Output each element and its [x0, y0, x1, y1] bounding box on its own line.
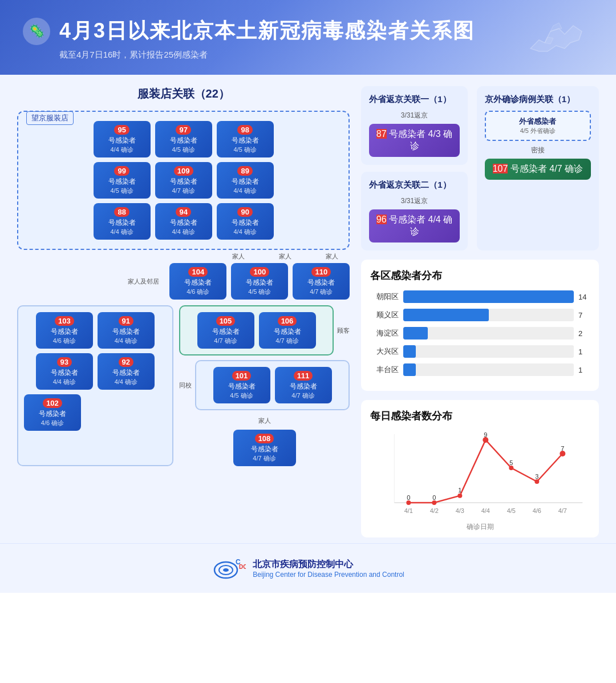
- province-one-title: 外省返京关联一（1）: [369, 94, 459, 105]
- svg-text:4/3: 4/3: [456, 507, 464, 514]
- svg-text:DC: DC: [239, 564, 246, 570]
- district-section: 各区感染者分布 朝阳区 14 顺义区 7 海淀区 2: [361, 260, 599, 391]
- chaoyang-label: 朝阳区: [370, 292, 399, 302]
- svg-text:0: 0: [407, 494, 411, 501]
- svg-point-14: [535, 479, 540, 484]
- svg-text:3: 3: [536, 473, 539, 480]
- district-title: 各区感染者分布: [370, 269, 590, 282]
- outside-confirm-title: 京外确诊病例关联（1）: [485, 94, 591, 105]
- close-contact-label: 密接: [485, 146, 591, 155]
- svg-text:4/2: 4/2: [430, 507, 439, 514]
- family-label-1: 家人: [232, 252, 245, 261]
- patient-87: 87 号感染者 4/3 确诊: [369, 124, 459, 157]
- svg-text:7: 7: [561, 445, 565, 452]
- right-sub-group: 105 号感染者 4/7 确诊 106 号感染者 4/7 确诊 顾客: [179, 305, 350, 466]
- patient-95: 95 号感染者 4/4 确诊: [94, 121, 151, 157]
- patient-row-1: 95 号感染者 4/4 确诊 97 号感染者 4/5 确诊 98 号感染者 4/…: [27, 121, 339, 157]
- bottom-family-label: 家人: [258, 417, 271, 424]
- patient-100: 100 号感染者 4/5 确诊: [231, 263, 288, 300]
- bar-row-chaoyang: 朝阳区 14: [370, 290, 590, 303]
- patient-107: 107 号感染者 4/7 确诊: [485, 159, 591, 180]
- outside-patient-box: 外省感染者 4/5 外省确诊: [485, 111, 591, 141]
- beijing-map-icon: [519, 9, 593, 60]
- bar-row-daxing: 大兴区 1: [370, 345, 590, 358]
- svg-text:4/7: 4/7: [558, 507, 567, 514]
- fengtai-value: 1: [578, 366, 590, 374]
- province-one-return: 3/31返京: [369, 111, 459, 120]
- chart-x-label: 确诊日期: [370, 522, 590, 532]
- left-sub-group: 103 号感染者 4/6 确诊 91 号感染者 4/4 确诊 93 号感染者 4…: [17, 305, 173, 466]
- lower-group: 103 号感染者 4/6 确诊 91 号感染者 4/4 确诊 93 号感染者 4…: [17, 305, 350, 466]
- outside-date: 4/5 外省确诊: [493, 127, 583, 135]
- daxing-fill: [403, 345, 415, 358]
- svg-text:4/6: 4/6: [533, 507, 541, 514]
- patient-89: 89 号感染者 4/4 确诊: [217, 162, 274, 199]
- patient-104: 104 号感染者 4/6 确诊: [169, 263, 226, 300]
- patient-99: 99 号感染者 4/5 确诊: [94, 162, 151, 199]
- patient-90: 90 号感染者 4/4 确诊: [217, 203, 274, 240]
- right-top: 外省返京关联一（1） 3/31返京 87 号感染者 4/3 确诊 外省返京关联二…: [361, 86, 599, 250]
- patient-108: 108 号感染者 4/7 确诊: [233, 430, 296, 466]
- patient-row-3: 88 号感染者 4/4 确诊 94 号感染者 4/4 确诊 90 号感染者 4/…: [27, 203, 339, 240]
- patient-110: 110 号感染者 4/7 确诊: [293, 263, 350, 300]
- chaoyang-track: [403, 290, 574, 303]
- patient-93: 93 号感染者 4/4 确诊: [36, 353, 93, 390]
- daxing-value: 1: [578, 347, 590, 356]
- footer: C DC 北京市疾病预防控制中心 Beijing Center for Dise…: [0, 543, 616, 593]
- family-label-3: 家人: [326, 252, 338, 261]
- shunyi-track: [403, 309, 574, 321]
- patient-102: 102 号感染者 4/6 确诊: [24, 394, 81, 431]
- chaoyang-fill: [403, 290, 574, 303]
- patient-97: 97 号感染者 4/5 确诊: [155, 121, 212, 157]
- right-section: 外省返京关联一（1） 3/31返京 87 号感染者 4/3 确诊 外省返京关联二…: [361, 86, 599, 537]
- haidian-track: [403, 327, 574, 340]
- clothing-store-box: 望京服装店 95 号感染者 4/4 确诊 97 号感染者 4/5 确诊 98 号…: [17, 111, 350, 250]
- patient-91: 91 号感染者 4/4 确诊: [98, 312, 155, 349]
- family-neighbor-label: 家人及邻居: [128, 277, 159, 286]
- footer-name-en: Beijing Center for Disease Prevention an…: [253, 571, 404, 579]
- fengtai-track: [403, 363, 574, 376]
- fengtai-label: 丰台区: [370, 365, 399, 375]
- patient-92: 92 号感染者 4/4 确诊: [98, 353, 155, 390]
- haidian-fill: [403, 327, 428, 340]
- page-title: 4月3日以来北京本土新冠病毒感染者关系图: [59, 17, 475, 45]
- svg-point-13: [509, 466, 514, 470]
- svg-text:9: 9: [484, 431, 488, 438]
- patient-98: 98 号感染者 4/5 确诊: [217, 121, 274, 157]
- shunyi-label: 顺义区: [370, 310, 399, 320]
- province-two-return: 3/31返京: [369, 196, 459, 206]
- store-label: 望京服装店: [26, 111, 74, 125]
- province-two-box: 外省返京关联二（1） 3/31返京 96 号感染者 4/4 确诊: [361, 172, 467, 250]
- province-two-title: 外省返京关联二（1）: [369, 180, 459, 191]
- patient-101: 101 号感染者 4/5 确诊: [213, 367, 270, 403]
- clothing-store-title: 服装店关联（22）: [17, 86, 350, 102]
- chart-svg: 4/1 4/2 4/3 4/4 4/5 4/6 4/7: [370, 429, 590, 520]
- chaoyang-value: 14: [578, 293, 590, 301]
- header: 🦠 4月3日以来北京本土新冠病毒感染者关系图 截至4月7日16时，累计报告25例…: [0, 0, 616, 75]
- shunyi-fill: [403, 309, 488, 321]
- outside-label: 外省感染者: [493, 116, 583, 127]
- patient-106: 106 号感染者 4/7 确诊: [259, 312, 316, 349]
- left-section: 服装店关联（22） 望京服装店 95 号感染者 4/4 确诊 97 号感染者 4…: [17, 86, 350, 537]
- chart-section: 每日感染者数分布 4/1 4/2 4/3 4/4 4/5 4/6 4/7: [361, 400, 599, 537]
- svg-text:0: 0: [433, 494, 436, 501]
- family-row: 家人及邻居 104 号感染者 4/6 确诊 100 号感染者 4/5 确诊 11…: [17, 263, 350, 300]
- fengtai-fill: [403, 363, 415, 376]
- cdc-logo-icon: C DC: [212, 554, 246, 583]
- patient-96: 96 号感染者 4/4 确诊: [369, 209, 459, 243]
- bar-row-fengtai: 丰台区 1: [370, 363, 590, 376]
- shunyi-value: 7: [578, 311, 590, 320]
- patient-105: 105 号感染者 4/7 确诊: [197, 312, 254, 349]
- daxing-track: [403, 345, 574, 358]
- svg-text:4/1: 4/1: [404, 507, 413, 514]
- svg-text:4/4: 4/4: [481, 507, 490, 514]
- daxing-label: 大兴区: [370, 346, 399, 357]
- patient-109: 109 号感染者 4/7 确诊: [155, 162, 212, 199]
- svg-text:5: 5: [510, 459, 513, 466]
- chart-title: 每日感染者数分布: [370, 409, 590, 423]
- chart-area: 4/1 4/2 4/3 4/4 4/5 4/6 4/7: [370, 429, 590, 520]
- svg-point-25: [223, 568, 229, 572]
- patient-94: 94 号感染者 4/4 确诊: [155, 203, 212, 240]
- customer-label: 顾客: [337, 326, 350, 335]
- svg-point-9: [407, 500, 411, 505]
